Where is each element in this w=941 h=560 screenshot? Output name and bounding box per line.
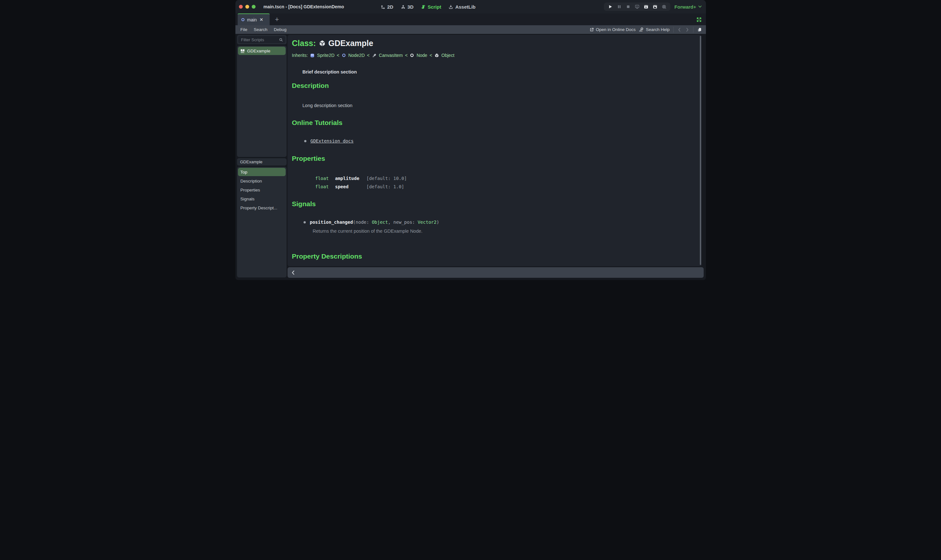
signal-arg-type-link[interactable]: Vector2 <box>418 220 437 225</box>
class-label: Class: <box>292 38 316 48</box>
tab-3d[interactable]: 3D <box>399 4 415 9</box>
property-default: [default: 1.0] <box>367 183 407 191</box>
signal-signature: position_changed(node: Object, new_pos: … <box>304 220 440 225</box>
external-link-icon <box>589 28 594 32</box>
script-item-label: GDExample <box>247 49 271 53</box>
property-name-link[interactable]: speed <box>335 183 367 191</box>
inherits-link-object[interactable]: Object <box>441 53 454 58</box>
member-item-signals[interactable]: Signals <box>238 195 285 203</box>
movie-maker-icon[interactable] <box>662 4 666 9</box>
separator-lt: < <box>430 53 432 58</box>
tab-2d-label: 2D <box>387 4 393 9</box>
separator-lt: < <box>405 53 407 58</box>
play-scene-button[interactable] <box>643 4 649 9</box>
tab-assetlib[interactable]: AssetLib <box>446 4 477 9</box>
filter-scripts-field[interactable] <box>238 36 285 43</box>
menu-debug[interactable]: Debug <box>271 27 290 32</box>
filter-scripts-input[interactable] <box>241 37 279 43</box>
scene-tab-main[interactable]: main ✕ <box>238 14 270 25</box>
scene-tab-label: main <box>247 17 257 22</box>
scripts-panel-collapse-bar <box>287 267 703 278</box>
property-name-link[interactable]: amplitude <box>335 174 367 183</box>
gdextension-docs-link[interactable]: GDExtension docs <box>310 138 354 143</box>
script-editor-menubar: File Search Debug Open in Online Docs DO… <box>235 25 706 34</box>
doc-book-icon: DOC <box>240 49 245 53</box>
filter-scripts-panel <box>237 35 287 45</box>
play-custom-scene-button[interactable] <box>653 4 658 9</box>
inherits-link-canvasitem[interactable]: CanvasItem <box>379 53 403 58</box>
search-icon <box>279 38 283 42</box>
script-item-gdexample[interactable]: DOC GDExample <box>238 47 285 55</box>
remote-debug-button[interactable] <box>635 4 640 9</box>
inherits-link-sprite2d[interactable]: Sprite2D <box>317 53 334 58</box>
inherits-label: Inherits: <box>292 53 308 58</box>
tab-script[interactable]: Script <box>419 4 443 9</box>
member-item-properties[interactable]: Properties <box>238 186 285 194</box>
description-heading: Description <box>292 82 329 89</box>
scripts-list: DOC GDExample <box>237 46 287 157</box>
tab-2d[interactable]: 2D <box>379 4 395 9</box>
pause-button[interactable] <box>617 4 622 9</box>
separator <box>673 27 674 32</box>
sprite2d-icon <box>310 53 315 58</box>
signal-text: position_changed(node: Object, new_pos: … <box>310 220 440 225</box>
properties-table: float amplitude [default: 10.0] float sp… <box>315 174 407 191</box>
chevron-down-icon <box>698 5 702 8</box>
search-help-button[interactable]: DOC Search Help <box>639 27 669 32</box>
object-cube-icon <box>434 53 439 58</box>
playback-controls <box>604 3 670 11</box>
class-name: GDExample <box>329 38 373 48</box>
collapse-left-icon[interactable] <box>292 270 295 275</box>
object-cube-icon <box>319 40 326 47</box>
signal-arg-type-link[interactable]: Object <box>372 220 388 225</box>
renderer-label: Forward+ <box>674 4 696 9</box>
bullet-icon <box>304 221 306 223</box>
titlebar: main.tscn - [Docs] GDExtensionDemo 2D <box>235 0 706 14</box>
axes-3d-icon <box>401 5 406 9</box>
member-list-header-label: GDExample <box>240 160 262 164</box>
properties-heading: Properties <box>292 155 325 162</box>
stop-button[interactable] <box>626 4 631 9</box>
description-text: Long description section <box>302 103 352 108</box>
scripts-panel-toggle-icon[interactable] <box>697 27 702 32</box>
traffic-lights <box>235 5 256 9</box>
node-icon <box>410 53 414 57</box>
history-forward-icon[interactable] <box>685 28 690 32</box>
close-window-button[interactable] <box>239 5 243 9</box>
axes-2d-icon <box>381 5 386 9</box>
member-item-description[interactable]: Description <box>238 177 285 185</box>
separator-lt: < <box>337 53 339 58</box>
inherits-row: Inherits: Sprite2D < Node2D < CanvasItem… <box>292 53 455 58</box>
member-item-top[interactable]: Top <box>238 168 285 176</box>
tab-script-label: Script <box>427 4 441 9</box>
separator-lt: < <box>367 53 369 58</box>
class-reference-panel: Class: GDExample Inherits: Sprite2D < No… <box>287 35 702 266</box>
zoom-window-button[interactable] <box>252 5 256 9</box>
close-tab-icon[interactable]: ✕ <box>260 18 263 22</box>
canvasitem-brush-icon <box>372 53 377 58</box>
renderer-dropdown[interactable]: Forward+ <box>674 4 702 9</box>
inherits-link-node2d[interactable]: Node2D <box>348 53 365 58</box>
menu-file[interactable]: File <box>238 27 251 32</box>
open-online-docs-button[interactable]: Open in Online Docs <box>589 27 636 32</box>
tutorials-heading: Online Tutorials <box>292 119 342 126</box>
add-scene-button[interactable]: + <box>273 14 281 25</box>
svg-text:DOC: DOC <box>639 30 643 32</box>
inherits-link-node[interactable]: Node <box>417 53 427 58</box>
property-type: float <box>315 183 335 191</box>
tutorial-list-item: GDExtension docs <box>304 138 354 143</box>
member-list-header: GDExample <box>237 158 287 166</box>
member-item-property-descriptions[interactable]: Property Descript... <box>238 204 285 212</box>
distraction-free-icon[interactable] <box>696 17 702 22</box>
class-title: Class: GDExample <box>292 38 373 48</box>
svg-text:DOC: DOC <box>241 51 244 53</box>
history-back-icon[interactable] <box>677 28 682 32</box>
script-icon <box>421 5 426 9</box>
vertical-scrollbar[interactable] <box>700 36 701 265</box>
signal-description: Returns the current position of the GDEx… <box>313 229 423 234</box>
minimize-window-button[interactable] <box>245 5 249 9</box>
open-online-docs-label: Open in Online Docs <box>596 27 636 32</box>
play-button[interactable] <box>608 4 613 9</box>
bullet-icon <box>304 140 306 142</box>
menu-search[interactable]: Search <box>250 27 271 32</box>
